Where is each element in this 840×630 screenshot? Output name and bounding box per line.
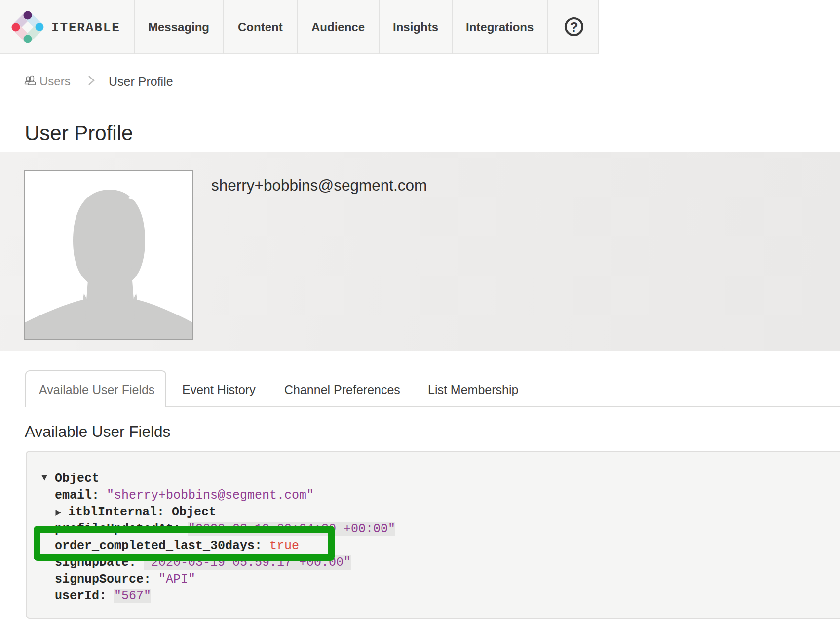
svg-text:?: ?: [570, 19, 578, 35]
